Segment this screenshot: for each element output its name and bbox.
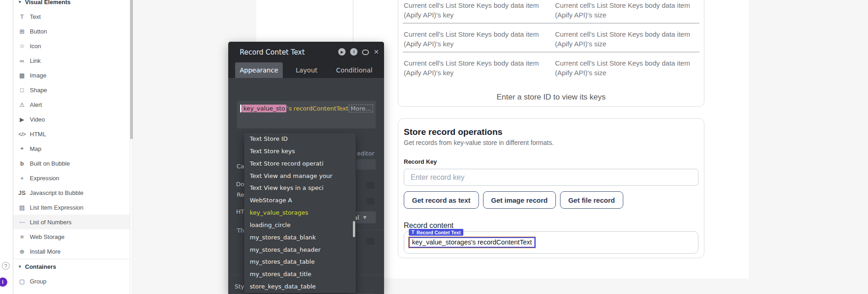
sidebar-item-label: Text — [30, 13, 41, 20]
map-pin-icon: ⌖ — [18, 145, 26, 152]
sidebar-item-label: Button — [30, 28, 47, 35]
sidebar-item[interactable]: ▦ Image — [13, 68, 130, 83]
sidebar-item[interactable]: </> HTML — [13, 127, 130, 141]
clipped-control — [356, 159, 376, 170]
record-buttons-row: Get record as text Get image record Get … — [404, 191, 698, 209]
selected-element-badge: T Record Contet Text — [409, 229, 463, 236]
modal-tabs: Appearance Layout Conditional — [228, 62, 384, 78]
chevron-down-icon: ▾ — [19, 0, 21, 4]
autocomplete-option[interactable]: Text Store record operati — [244, 158, 356, 170]
selected-expression-token[interactable]: key_value_sto — [242, 105, 286, 112]
selected-text-element[interactable]: key_value_storages's recordContentText — [409, 237, 535, 248]
sidebar-item[interactable]: + Expression — [13, 171, 130, 185]
get-record-button[interactable]: Get image record — [483, 191, 556, 209]
sidebar-item[interactable]: T Text — [13, 9, 130, 24]
containers-header[interactable]: ▾ Containers — [13, 259, 130, 274]
text-icon: T — [18, 13, 26, 20]
record-key-input[interactable] — [404, 169, 698, 186]
video-icon: ▶ — [18, 116, 26, 123]
autocomplete-option[interactable]: Text Store keys — [244, 145, 356, 158]
visual-elements-list: T Text ⊞ Button ☆ Icon ∞ — [13, 9, 130, 259]
sidebar-item[interactable]: b Built on Bubble — [13, 156, 130, 171]
visual-elements-header[interactable]: ▾ Visual Elements — [13, 0, 130, 9]
built-on-bubble-icon: b — [18, 160, 26, 167]
modal-body: key_value_sto 's recordContentText More.… — [228, 78, 384, 294]
store-record-operations-card: Store record operations Get records from… — [398, 118, 704, 258]
sidebar-item[interactable]: ∞ Link — [13, 53, 130, 68]
content-expression-field[interactable]: key_value_sto 's recordContentText More.… — [237, 101, 376, 128]
size-cell: Current cell's List Store Keys body data… — [555, 58, 698, 78]
autocomplete-option[interactable]: my_stores_data_header — [244, 244, 356, 256]
repeating-group-icon: ▦ — [18, 293, 26, 294]
get-record-button[interactable]: Get record as text — [404, 191, 479, 209]
sidebar-item-label: List of Numbers — [30, 219, 71, 226]
sidebar-item[interactable]: JS Javascript to Bubble — [13, 185, 130, 200]
get-record-button[interactable]: Get file record — [560, 191, 623, 209]
table-row: Current cell's List Store Keys body data… — [403, 23, 699, 52]
autocomplete-option[interactable]: my_stores_data_title — [244, 268, 356, 281]
property-editor-modal: Record Contet Text ▶ i ✕ Appearance Layo… — [228, 42, 384, 294]
store-keys-card: Current cell's List Store Keys body data… — [398, 0, 704, 107]
autocomplete-option[interactable]: key_value_storages — [244, 207, 356, 219]
modal-tab[interactable]: Appearance — [235, 62, 283, 78]
autocomplete-option[interactable]: Text Store ID — [244, 133, 356, 145]
autocomplete-option[interactable]: WebStorage A — [244, 194, 356, 207]
sidebar-item[interactable]: ⌖ Map — [13, 141, 130, 156]
autocomplete-option[interactable]: my_stores_data_table — [244, 256, 356, 268]
autocomplete-option[interactable]: store_keys_data_table — [244, 281, 356, 293]
sidebar-item[interactable]: ▦ Repeating Group — [13, 288, 130, 294]
sidebar-item-label: Map — [30, 145, 41, 152]
avatar[interactable]: I — [0, 277, 7, 287]
sidebar-item-label: Install More — [30, 248, 60, 255]
key-cell: Current cell's List Store Keys body data… — [404, 58, 555, 78]
sidebar-item[interactable]: ▤ List Item Expression — [13, 200, 130, 215]
clipped-label: Ca — [236, 163, 244, 170]
sidebar-scrollbar-thumb[interactable] — [130, 0, 133, 139]
autocomplete-option[interactable]: Text View keys in a speci — [244, 182, 356, 194]
sidebar-item-label: Image — [30, 72, 46, 79]
expression-more-button[interactable]: More... — [349, 105, 373, 112]
modal-tab[interactable]: Layout — [283, 62, 330, 78]
info-icon[interactable]: i — [350, 48, 357, 55]
table-row: Current cell's List Store Keys body data… — [403, 52, 699, 81]
preview-play-icon[interactable]: ▶ — [338, 48, 346, 55]
dropdown-scrollbar-thumb[interactable] — [353, 221, 355, 237]
expression-line: key_value_sto 's recordContentText More.… — [240, 105, 373, 112]
sidebar-item-label: Shape — [30, 87, 47, 94]
sidebar-item[interactable]: ☆ Icon — [13, 39, 130, 53]
sidebar-item-label: Built on Bubble — [30, 160, 70, 167]
containers-list: ▢ Group ▦ Repeating Group — [13, 274, 130, 294]
checkbox[interactable] — [367, 182, 374, 189]
sidebar-item[interactable]: ▢ Group — [13, 274, 130, 288]
bubble-editor: Current cell's List Store Keys body data… — [0, 0, 868, 294]
sidebar-item[interactable]: ⚠ Alert — [13, 97, 130, 112]
autocomplete-options: Text Store ID Text Store keys Text Store… — [244, 133, 356, 293]
sidebar-item[interactable]: ≡ Web Storage — [13, 229, 130, 244]
sidebar-item-label: Link — [30, 57, 41, 64]
comment-icon[interactable] — [362, 50, 369, 55]
checkbox[interactable] — [367, 238, 374, 245]
expression-rest[interactable]: 's recordContentText — [287, 105, 348, 112]
help-button[interactable]: ? — [2, 262, 10, 270]
sidebar-item-label: List Item Expression — [30, 204, 83, 211]
sidebar-item-label: Repeating Group — [30, 293, 75, 294]
sidebar-item[interactable]: □ Shape — [13, 83, 130, 97]
modal-header-icons: ▶ i ✕ — [338, 48, 379, 55]
autocomplete-option[interactable]: Text View and manage your — [244, 170, 356, 183]
close-icon[interactable]: ✕ — [374, 48, 379, 55]
star-icon: ☆ — [18, 43, 26, 50]
sidebar-item[interactable]: ▶ Video — [13, 112, 130, 127]
sidebar-item[interactable]: ⊞ Button — [13, 24, 130, 39]
image-icon: ▦ — [18, 72, 26, 79]
record-content-box: T Record Contet Text key_value_storages'… — [404, 231, 698, 254]
autocomplete-option[interactable]: loading_circle — [244, 219, 356, 232]
modal-header[interactable]: Record Contet Text ▶ i ✕ — [228, 42, 384, 62]
sidebar-item[interactable]: ⋯ List of Numbers — [13, 215, 130, 229]
text-cursor — [240, 105, 242, 112]
autocomplete-option[interactable]: my_stores_data_blank — [244, 232, 356, 244]
key-cell: Current cell's List Store Keys body data… — [404, 0, 555, 20]
chevron-down-icon: ▼ — [363, 215, 367, 220]
checkbox[interactable] — [367, 198, 374, 205]
modal-tab[interactable]: Conditional — [330, 62, 378, 78]
sidebar-item[interactable]: ⊕ Install More — [13, 244, 130, 259]
